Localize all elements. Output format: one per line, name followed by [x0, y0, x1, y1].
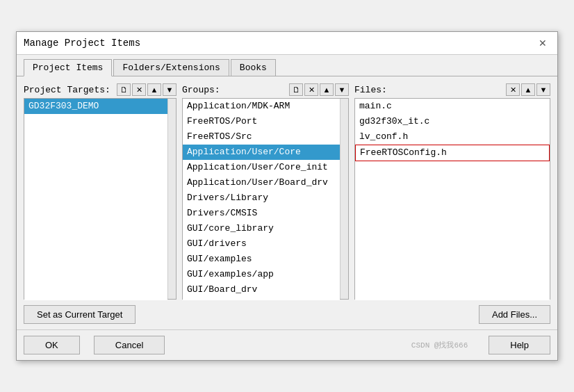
groups-panel-header: Groups: 🗋 ✕ ▲ ▼ [182, 83, 349, 96]
targets-panel-header: Project Targets: 🗋 ✕ ▲ ▼ [24, 83, 177, 96]
groups-list-item[interactable]: Application/User/Core_init [183, 160, 340, 175]
files-panel: Files: ✕ ▲ ▼ main.cgd32f30x_it.clv_conf.… [354, 83, 550, 300]
targets-down-button[interactable]: ▼ [163, 83, 177, 96]
groups-list-item[interactable]: GUI/drivers [183, 236, 340, 252]
targets-scrollbar [167, 99, 176, 299]
groups-list-item[interactable]: FreeRTOS/Src [183, 129, 340, 145]
watermark: CSDN @找我666 [411, 340, 475, 350]
tab-project-items[interactable]: Project Items [24, 59, 112, 76]
content-area: Project Targets: 🗋 ✕ ▲ ▼ GD32F303_DEMO G [17, 76, 557, 329]
files-up-button[interactable]: ▲ [521, 83, 535, 96]
groups-list-item[interactable]: GUI/examples [183, 252, 340, 267]
tab-folders-extensions[interactable]: Folders/Extensions [113, 59, 229, 76]
files-list-item[interactable]: gd32f30x_it.c [355, 114, 550, 129]
groups-panel-icons: 🗋 ✕ ▲ ▼ [289, 83, 349, 96]
groups-listbox[interactable]: Application/MDK-ARMFreeRTOS/PortFreeRTOS… [183, 99, 340, 300]
targets-panel: Project Targets: 🗋 ✕ ▲ ▼ GD32F303_DEMO [24, 83, 177, 300]
files-list-item[interactable]: lv_conf.h [355, 129, 550, 145]
files-down-button[interactable]: ▼ [536, 83, 550, 96]
add-files-button[interactable]: Add Files... [479, 305, 550, 324]
close-button[interactable]: ✕ [535, 36, 550, 50]
ok-button[interactable]: OK [24, 336, 80, 354]
groups-label: Groups: [182, 85, 220, 95]
help-button[interactable]: Help [489, 336, 550, 354]
targets-new-button[interactable]: 🗋 [117, 83, 131, 96]
groups-down-button[interactable]: ▼ [335, 83, 349, 96]
groups-list-item[interactable]: GUI/examples/app [183, 267, 340, 282]
dialog-title: Manage Project Items [24, 38, 140, 49]
targets-delete-button[interactable]: ✕ [132, 83, 146, 96]
groups-list-item[interactable]: Drivers/Library [183, 190, 340, 206]
set-current-target-button[interactable]: Set as Current Target [24, 305, 136, 324]
groups-scrollbar [340, 99, 348, 299]
groups-list-item[interactable]: FreeRTOS/Port [183, 114, 340, 129]
groups-up-button[interactable]: ▲ [320, 83, 334, 96]
files-label: Files: [354, 85, 387, 95]
files-panel-icons: ✕ ▲ ▼ [506, 83, 550, 96]
groups-list-item[interactable]: GUI/Board_drv [183, 282, 340, 297]
panels-row: Project Targets: 🗋 ✕ ▲ ▼ GD32F303_DEMO G [24, 83, 550, 300]
title-bar: Manage Project Items ✕ [17, 32, 557, 55]
groups-list-item[interactable]: Application/User/Core [183, 145, 340, 160]
cancel-button[interactable]: Cancel [94, 336, 165, 354]
groups-list-item[interactable]: Application/MDK-ARM [183, 99, 340, 114]
files-panel-header: Files: ✕ ▲ ▼ [354, 83, 550, 96]
groups-panel: Groups: 🗋 ✕ ▲ ▼ Application/MDK-ARMFreeR… [182, 83, 349, 300]
files-list-item[interactable]: FreeRTOSConfig.h [355, 145, 550, 161]
bottom-buttons: Set as Current Target Add Files... [24, 305, 550, 324]
targets-panel-icons: 🗋 ✕ ▲ ▼ [117, 83, 177, 96]
groups-list-item[interactable]: Drivers/CMSIS [183, 206, 340, 221]
files-delete-button[interactable]: ✕ [506, 83, 520, 96]
targets-up-button[interactable]: ▲ [147, 83, 161, 96]
manage-project-dialog: Manage Project Items ✕ Project Items Fol… [16, 31, 558, 361]
tab-books[interactable]: Books [231, 59, 276, 76]
files-list-item[interactable]: main.c [355, 99, 550, 114]
groups-list-item[interactable]: GUI/core_library [183, 221, 340, 236]
files-listbox[interactable]: main.cgd32f30x_it.clv_conf.hFreeRTOSConf… [355, 99, 550, 300]
targets-list-item[interactable]: GD32F303_DEMO [24, 99, 167, 114]
tabs-bar: Project Items Folders/Extensions Books [17, 55, 557, 76]
targets-label: Project Targets: [24, 85, 110, 95]
targets-listbox-wrap: GD32F303_DEMO [24, 98, 177, 300]
footer: OK Cancel CSDN @找我666 Help [17, 329, 557, 360]
groups-new-button[interactable]: 🗋 [289, 83, 303, 96]
files-listbox-wrap: main.cgd32f30x_it.clv_conf.hFreeRTOSConf… [354, 98, 550, 300]
targets-listbox[interactable]: GD32F303_DEMO [24, 99, 167, 300]
groups-list-item[interactable]: Application/User/Board_drv [183, 175, 340, 190]
groups-listbox-wrap: Application/MDK-ARMFreeRTOS/PortFreeRTOS… [182, 98, 349, 300]
groups-delete-button[interactable]: ✕ [304, 83, 318, 96]
groups-list-item[interactable]: GUI/images [183, 297, 340, 300]
